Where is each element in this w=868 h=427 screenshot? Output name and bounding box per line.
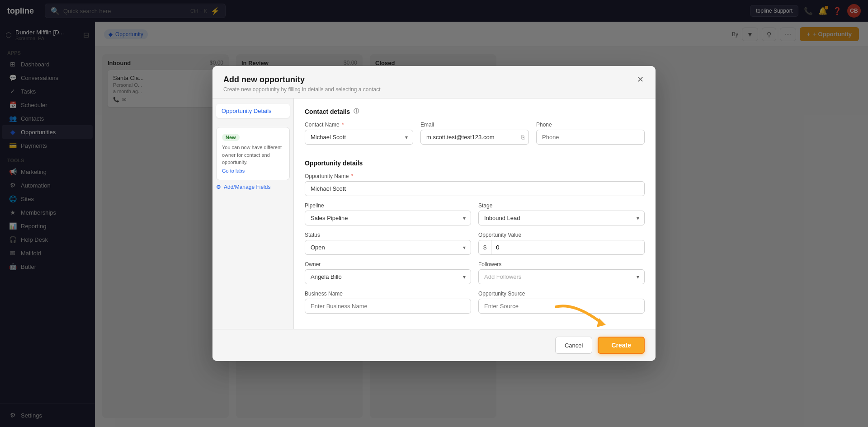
status-value-row: Status Open Won Lost Abandoned Opportuni… — [305, 232, 645, 255]
opp-name-group: Opportunity Name * — [305, 173, 645, 196]
phone-group: Phone — [536, 122, 645, 145]
opp-source-label: Opportunity Source — [478, 291, 645, 297]
add-manage-fields[interactable]: ⚙ Add/Manage Fields — [216, 184, 290, 190]
modal-content: Contact details ⓘ Contact Name * Michael… — [294, 99, 656, 329]
followers-select[interactable]: Add Followers — [478, 269, 645, 284]
contact-name-group: Contact Name * Michael Scott — [305, 122, 413, 145]
new-feature-text: You can now have different owner for con… — [222, 144, 284, 166]
email-label: Email — [420, 122, 529, 128]
cancel-button[interactable]: Cancel — [555, 337, 592, 354]
opp-value-input[interactable] — [491, 240, 644, 254]
modal-header: Add new opportunity Create new opportuni… — [212, 66, 656, 99]
create-button[interactable]: Create — [598, 337, 645, 354]
manage-label: Add/Manage Fields — [224, 184, 270, 190]
modal-body: Opportunity Details New You can now have… — [212, 99, 656, 329]
modal-new-feature-card: New You can now have different owner for… — [216, 127, 290, 180]
owner-select-wrapper: Angela Billo — [305, 269, 471, 284]
contact-details-title: Contact details ⓘ — [305, 108, 645, 115]
contact-name-select-wrapper: Michael Scott — [305, 130, 413, 145]
section-divider — [305, 152, 645, 152]
modal-title: Add new opportunity — [223, 75, 645, 84]
currency-prefix: $ — [479, 240, 491, 254]
contact-details-info-icon[interactable]: ⓘ — [354, 108, 359, 115]
phone-label: Phone — [536, 122, 645, 128]
opp-source-group: Opportunity Source — [478, 291, 645, 314]
opp-value-input-wrapper: $ — [478, 240, 645, 255]
pipeline-group: Pipeline Sales Pipeline — [305, 202, 471, 225]
owner-group: Owner Angela Billo — [305, 261, 471, 284]
stage-select[interactable]: Inbound Lead In Review Closed — [478, 211, 645, 225]
status-select[interactable]: Open Won Lost Abandoned — [305, 240, 471, 255]
modal-sidebar: Opportunity Details New You can now have… — [212, 99, 294, 329]
phone-input[interactable] — [536, 130, 645, 145]
followers-label: Followers — [478, 261, 645, 267]
go-to-labs-link[interactable]: Go to labs — [222, 168, 245, 174]
stage-group: Stage Inbound Lead In Review Closed — [478, 202, 645, 225]
required-star: * — [342, 122, 344, 128]
pipeline-label: Pipeline — [305, 202, 471, 209]
contact-row: Contact Name * Michael Scott Email — [305, 122, 645, 145]
pipeline-select-wrapper: Sales Pipeline — [305, 211, 471, 225]
modal-add-opportunity: Add new opportunity Create new opportuni… — [212, 66, 656, 361]
followers-select-wrapper: Add Followers — [478, 269, 645, 284]
new-badge: New — [222, 134, 240, 141]
owner-followers-row: Owner Angela Billo Followers Add Followe… — [305, 261, 645, 284]
modal-sidebar-opportunity-details[interactable]: Opportunity Details — [216, 104, 290, 118]
opp-name-input[interactable] — [305, 181, 645, 196]
modal-subtitle: Create new opportunity by filling in det… — [223, 86, 645, 93]
owner-select[interactable]: Angela Billo — [305, 269, 471, 284]
modal-footer: Cancel Create — [212, 329, 656, 361]
contact-name-select[interactable]: Michael Scott — [305, 130, 413, 145]
pipeline-select[interactable]: Sales Pipeline — [305, 211, 471, 225]
status-label: Status — [305, 232, 471, 238]
sidebar-item-label: Opportunity Details — [222, 108, 272, 114]
email-group: Email ⎘ — [420, 122, 529, 145]
settings-icon: ⚙ — [216, 184, 221, 190]
stage-select-wrapper: Inbound Lead In Review Closed — [478, 211, 645, 225]
opp-name-label: Opportunity Name * — [305, 173, 645, 179]
status-group: Status Open Won Lost Abandoned — [305, 232, 471, 255]
contact-name-label: Contact Name * — [305, 122, 413, 128]
business-name-label: Business Name — [305, 291, 471, 297]
business-source-row: Business Name Opportunity Source — [305, 291, 645, 314]
opp-source-input[interactable] — [478, 299, 645, 314]
opp-value-group: Opportunity Value $ — [478, 232, 645, 255]
modal-overlay[interactable]: Add new opportunity Create new opportuni… — [0, 0, 868, 427]
modal-close-button[interactable]: ✕ — [634, 73, 646, 86]
business-name-group: Business Name — [305, 291, 471, 314]
opportunity-details-title: Opportunity details — [305, 160, 645, 167]
status-select-wrapper: Open Won Lost Abandoned — [305, 240, 471, 255]
required-star: * — [351, 173, 354, 179]
opp-name-row: Opportunity Name * — [305, 173, 645, 196]
email-copy-icon[interactable]: ⎘ — [521, 134, 524, 141]
opp-value-label: Opportunity Value — [478, 232, 645, 238]
email-input[interactable] — [420, 130, 529, 145]
business-name-input[interactable] — [305, 299, 471, 314]
followers-group: Followers Add Followers — [478, 261, 645, 284]
owner-label: Owner — [305, 261, 471, 267]
stage-label: Stage — [478, 202, 645, 209]
pipeline-stage-row: Pipeline Sales Pipeline Stage Inbound Le… — [305, 202, 645, 225]
